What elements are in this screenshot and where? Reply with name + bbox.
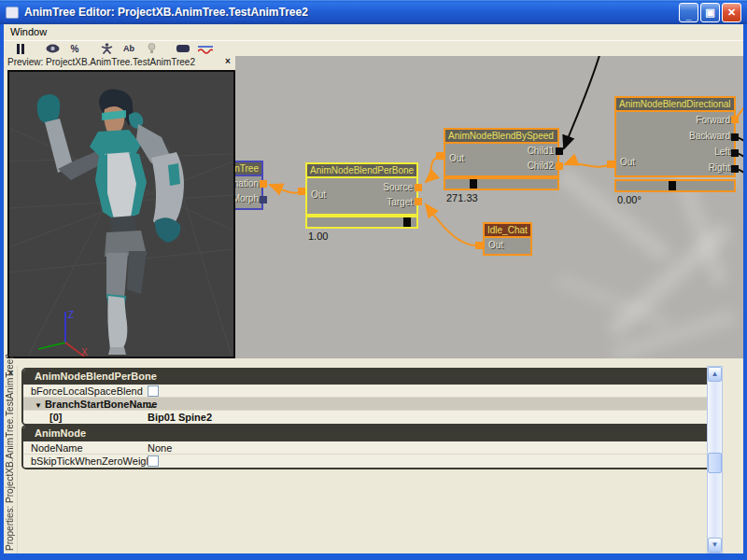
pin-label-source: Source: [383, 182, 413, 192]
scroll-down-icon: ▼: [712, 540, 719, 549]
eye-icon: [46, 44, 60, 53]
properties-scrollbar[interactable]: ▲ ▼: [707, 366, 723, 553]
pin-idlechat-out[interactable]: [475, 242, 483, 249]
collapse-arrow-icon[interactable]: ▼: [35, 401, 42, 410]
out-label: Out: [488, 240, 503, 250]
scroll-up-button[interactable]: ▲: [708, 367, 722, 382]
pause-button[interactable]: [11, 41, 30, 56]
section-header[interactable]: AnimNode: [23, 427, 720, 441]
axis-gizmo: Z X: [38, 310, 88, 357]
checkbox-bforcelocalspaceblend[interactable]: [148, 385, 159, 397]
pin-blenddirectional-right[interactable]: [731, 165, 739, 173]
pin-blenddirectional-backward[interactable]: [731, 133, 739, 141]
slider-handle[interactable]: [470, 179, 477, 189]
property-row: bSkipTickWhenZeroWeight: [23, 455, 720, 468]
property-label: bForceLocalSpaceBlend: [31, 385, 143, 398]
slider-handle[interactable]: [403, 217, 411, 227]
pin-label-morph: Morph: [235, 193, 259, 203]
property-value[interactable]: Bip01 Spine2: [148, 411, 212, 424]
title-bar[interactable]: AnimTree Editor: ProjectXB.AnimTree.Test…: [0, 0, 747, 24]
show-node-names-button[interactable]: Ab: [120, 41, 138, 56]
pin-blendbyspeed-child2[interactable]: [556, 162, 563, 170]
pin-blendperbone-out[interactable]: [298, 188, 305, 195]
maximize-icon: ▣: [705, 7, 714, 18]
curves-icon: [198, 44, 213, 54]
animtree-editor-window: AnimTree Editor: ProjectXB.AnimTree.Test…: [0, 0, 747, 560]
new-node-button[interactable]: [174, 41, 192, 56]
close-icon: ✕: [727, 7, 736, 18]
pin-label-animation: mation: [235, 178, 259, 189]
lightbulb-icon: [148, 43, 156, 54]
node-blendperbone-title: AnimNodeBlendPerBone: [307, 164, 416, 178]
section-header[interactable]: AnimNodeBlendPerBone: [23, 370, 720, 385]
node-animtree-title: nTree: [235, 162, 261, 176]
property-row: NodeName None: [23, 441, 720, 455]
pin-blenddirectional-out[interactable]: [607, 161, 614, 168]
preview-3d-scene: Z X: [9, 72, 233, 357]
wire-child1: [564, 56, 600, 148]
show-weights-button[interactable]: %: [65, 41, 84, 56]
menu-window[interactable]: Window: [4, 24, 53, 39]
scrollbar-thumb[interactable]: [708, 453, 722, 473]
maximize-button[interactable]: ▣: [700, 3, 720, 22]
lighting-button[interactable]: [142, 41, 161, 56]
bind-pose-icon: [101, 43, 113, 54]
node-blendbyspeed[interactable]: AnimNodeBlendBySpeed Out Child1 Child2 2…: [444, 128, 559, 177]
pin-blendbyspeed-out[interactable]: [436, 152, 444, 160]
curve-editor-button[interactable]: [196, 41, 215, 56]
node-idlechat[interactable]: Idle_Chat Out: [483, 222, 532, 256]
pin-blendbyspeed-child1[interactable]: [556, 147, 563, 155]
window-icon: [6, 7, 19, 19]
node-blenddirectional-value: 0.00°: [617, 194, 641, 205]
node-icon: [176, 45, 190, 52]
property-label: [0]: [49, 411, 62, 424]
node-graph-canvas[interactable]: nTree mation Morph AnimNodeBlendPerBone …: [235, 56, 743, 358]
pin-blenddirectional-left[interactable]: [731, 149, 739, 157]
character-model: [37, 89, 184, 355]
pin-blendperbone-target[interactable]: [415, 198, 422, 205]
preview-close-button[interactable]: ×: [222, 56, 233, 67]
pin-blendperbone-source[interactable]: [415, 184, 422, 191]
bind-pose-button[interactable]: [97, 41, 116, 56]
node-blenddirectional-title: AnimNodeBlendDirectional: [616, 98, 734, 112]
property-label: BranchStartBoneName: [45, 399, 157, 410]
panel-splitter[interactable]: [4, 358, 743, 366]
pin-label-target: Target: [387, 197, 413, 207]
pin-blenddirectional-forward[interactable]: [731, 116, 739, 123]
node-blendbyspeed-slider[interactable]: [444, 177, 559, 190]
pin-label-left: Left: [714, 147, 730, 157]
pin-label-child1: Child1: [528, 146, 554, 156]
property-value[interactable]: None: [148, 441, 172, 455]
property-value[interactable]: ...: [148, 398, 156, 411]
pin-animtree-animation[interactable]: [260, 180, 267, 188]
scroll-up-icon: ▲: [712, 370, 719, 378]
checkbox-bskiptickwhenzeroweight[interactable]: [148, 455, 159, 467]
close-button[interactable]: ✕: [722, 3, 741, 22]
property-row: bForceLocalSpaceBlend: [23, 385, 720, 398]
node-names-icon: Ab: [123, 44, 134, 53]
out-label: Out: [311, 189, 326, 200]
node-blenddirectional-slider[interactable]: [614, 179, 736, 192]
node-blenddirectional[interactable]: AnimNodeBlendDirectional Out Forward Bac…: [614, 96, 736, 177]
properties-side-strip: × Properties: ProjectXB.AnimTree.TestAni…: [4, 366, 18, 553]
node-blendperbone-slider[interactable]: [305, 216, 418, 229]
toolbar: % Ab: [4, 40, 743, 56]
property-row: ▼BranchStartBoneName ...: [23, 398, 720, 411]
minimize-button[interactable]: _: [679, 3, 698, 22]
preview-viewport[interactable]: Z X: [7, 70, 235, 358]
pin-label-forward: Forward: [696, 115, 730, 125]
pin-animtree-morph[interactable]: [260, 196, 267, 203]
show-skeleton-button[interactable]: [43, 41, 62, 56]
pin-label-child2: Child2: [528, 161, 554, 171]
pin-label-right: Right: [709, 162, 730, 173]
property-row: [0] Bip01 Spine2: [23, 411, 720, 424]
preview-panel-header[interactable]: Preview: ProjectXB.AnimTree.TestAnimTree…: [4, 56, 235, 70]
node-blendperbone[interactable]: AnimNodeBlendPerBone Out Source Target 1…: [305, 162, 418, 216]
scroll-down-button[interactable]: ▼: [708, 538, 722, 553]
properties-panel: × Properties: ProjectXB.AnimTree.TestAni…: [4, 366, 743, 553]
slider-handle[interactable]: [669, 181, 676, 190]
preview-close-icon: ×: [225, 56, 231, 66]
out-label: Out: [449, 153, 464, 163]
menu-bar: Window: [4, 24, 743, 40]
wire-speed-to-source: [426, 156, 440, 182]
